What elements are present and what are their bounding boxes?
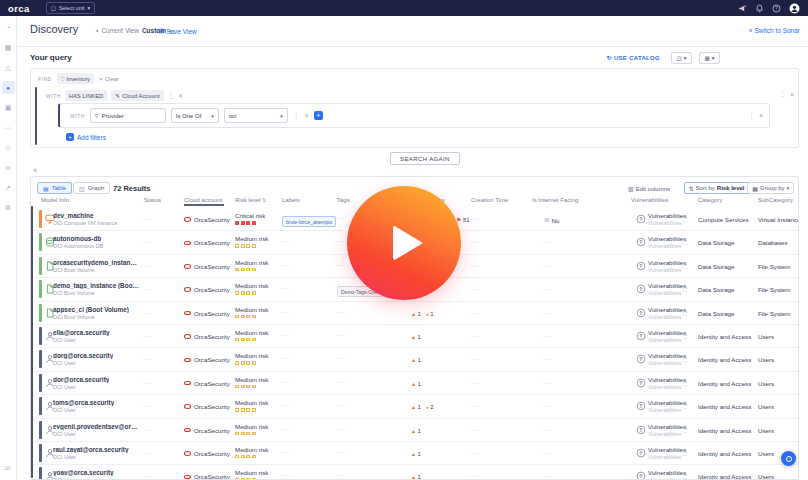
vulnerabilities-icon [636, 448, 646, 458]
select-unit-dropdown[interactable]: ▢ Select unit ▾ [46, 2, 96, 14]
remove-condition-icon[interactable]: × [179, 92, 183, 99]
notifications-bell-icon[interactable] [755, 4, 764, 13]
clear-button[interactable]: × Clear [99, 76, 119, 82]
group-by-dropdown[interactable]: ▦ Group by ▾ [747, 182, 794, 194]
sidebar-item-inventory[interactable]: ▣ [2, 101, 15, 114]
column-header-cloud-account[interactable]: Cloud account [184, 197, 222, 203]
oracle-logo-icon [184, 311, 191, 316]
expand-icon[interactable]: ∷ [683, 333, 686, 340]
expand-icon[interactable]: ∷ [683, 263, 686, 270]
user-avatar[interactable] [789, 3, 800, 14]
column-header-is-internet-facing[interactable]: Is Internet Facing [532, 197, 578, 203]
sidebar-item-alerts[interactable]: △ [2, 61, 15, 74]
has-linked-chip[interactable]: HAS LINKED [65, 90, 107, 101]
tab-table[interactable]: ▤ Table [37, 182, 72, 194]
expand-icon[interactable]: ∷ [683, 473, 686, 480]
attack-paths-cell: ▲1 [411, 333, 426, 340]
table-row[interactable]: raul.zayat@orca.securityOCI User --- Orc… [31, 442, 799, 465]
asset-model-info: autonomous-dbOCI Autonomous DB [53, 235, 103, 249]
expand-icon[interactable]: ∷ [683, 427, 686, 434]
value-select[interactable]: oci ▾ [224, 108, 288, 123]
risk-stripe [39, 374, 42, 392]
column-header-creation-time[interactable]: Creation Time [471, 197, 508, 203]
column-header-category[interactable]: Category [698, 197, 722, 203]
attack-paths-cell: ▲1●1 [411, 310, 439, 317]
save-view-button[interactable]: ▤ Save View [158, 27, 197, 35]
vulnerabilities-icon [636, 214, 646, 224]
use-catalog-button[interactable]: ↻ USE CATALOG [607, 54, 660, 61]
expand-icon[interactable]: ∷ [683, 216, 686, 223]
column-header-risk-level[interactable]: Risk level ⇅ [235, 197, 266, 203]
column-header-labels[interactable]: Labels [282, 197, 300, 203]
expand-icon[interactable]: ∷ [683, 286, 686, 293]
column-header-vulnerabilities[interactable]: Vulnerabilities [631, 197, 668, 203]
tags-cell: --- [337, 261, 345, 268]
with-label: WITH [70, 113, 85, 119]
operator-select[interactable]: Is One Of ▾ [171, 108, 219, 123]
expand-icon[interactable]: ∷ [683, 450, 686, 457]
close-icon[interactable]: × [759, 112, 763, 119]
table-row[interactable]: dor@orca.securityOCI User --- OrcaSecuri… [31, 372, 799, 395]
announcements-icon[interactable] [738, 4, 747, 13]
table-row[interactable]: ella@orca.securityOCI User --- OrcaSecur… [31, 325, 799, 348]
tab-graph[interactable]: ◫ Graph [73, 182, 110, 194]
table-scrollbar[interactable] [31, 206, 33, 478]
sidebar-item-reports[interactable]: ↗ [2, 181, 15, 194]
edit-columns-button[interactable]: ▥ Edit columns [628, 185, 670, 192]
high-severity-icon: ▲ [411, 404, 416, 410]
chat-widget-button[interactable] [781, 451, 796, 466]
add-condition-button[interactable]: + [314, 111, 323, 120]
expand-icon[interactable]: ∷ [683, 239, 686, 246]
export-dropdown-button[interactable]: ◳ ▾ [671, 52, 692, 64]
expand-icon[interactable]: ∷ [683, 403, 686, 410]
column-header-model-info[interactable]: Model Info [41, 197, 69, 203]
video-play-button[interactable] [347, 186, 461, 300]
table-row[interactable]: dorg@orca.securityOCI User --- OrcaSecur… [31, 348, 799, 371]
expand-icon[interactable]: ∷ [683, 356, 686, 363]
subcategory-cell: File System [758, 310, 790, 317]
category-cell: Identity and Access [698, 427, 751, 434]
sidebar-item-compliance[interactable]: ◇ [2, 141, 15, 154]
sort-by-dropdown[interactable]: ⇅ Sort by Risk level ▾ [684, 182, 754, 194]
filter-field-input[interactable]: ∇ Provider [90, 108, 166, 123]
column-header-status[interactable]: Status [144, 197, 161, 203]
support-icon[interactable]: ☏ [3, 464, 12, 472]
more-options-icon[interactable]: ⋮ [748, 112, 755, 120]
close-icon: × [99, 76, 103, 82]
remove-filter-icon[interactable]: × [305, 112, 309, 119]
vulnerabilities-icon [636, 425, 646, 435]
close-icon[interactable]: × [790, 91, 794, 98]
attack-paths-cell: ▲1 [411, 356, 426, 363]
column-header-subcategory[interactable]: SubCategory [758, 197, 793, 203]
sidebar-item-settings[interactable]: ⚙ [2, 201, 15, 214]
more-options-icon[interactable]: ⋮ [779, 90, 786, 98]
table-row[interactable]: evgenii.provedentsev@orca.secur...OCI Us… [31, 419, 799, 442]
more-options-icon[interactable]: ⋮ [293, 112, 300, 120]
sidebar-item-discovery[interactable]: ● [2, 81, 15, 94]
add-filters-button[interactable]: + Add filters [66, 133, 106, 141]
layout-dropdown-button[interactable]: ▦ ▾ [699, 52, 720, 64]
category-cell: Compute Services [698, 216, 749, 223]
inventory-chip[interactable]: ∵ Inventory [57, 73, 95, 84]
attack-path-badge: ▲1 [411, 451, 421, 457]
help-icon[interactable]: ? [772, 4, 781, 13]
table-row[interactable]: appsec_ci (Boot Volume)OCI Boot Volume -… [31, 302, 799, 325]
collapse-chevron-icon[interactable]: ∧ [33, 166, 37, 173]
switch-to-sonar-link[interactable]: « Switch to Sonar [749, 27, 800, 34]
risk-level-cell: Medium risk [235, 282, 268, 295]
table-row[interactable]: toms@orca.securityOCI User --- OrcaSecur… [31, 395, 799, 418]
more-options-icon[interactable]: ⋮ [168, 92, 175, 100]
expand-icon[interactable]: ∷ [683, 310, 686, 317]
column-header-tags[interactable]: Tags [337, 197, 350, 203]
table-row[interactable]: yoav@orca.securityOCI User --- OrcaSecur… [31, 465, 799, 480]
sort-icon: ⇅ [689, 185, 694, 192]
sidebar-item-dashboard[interactable]: ◔ [2, 21, 15, 34]
sidebar-item-observations[interactable]: ∞ [2, 161, 15, 174]
query-scrollbar[interactable] [35, 87, 37, 145]
expand-icon[interactable]: ∷ [683, 380, 686, 387]
sidebar-item-assets[interactable]: ▦ [2, 41, 15, 54]
cloud-account-cell: OrcaSecurity [184, 450, 230, 457]
cloud-account-chip[interactable]: ✎ Cloud Account [111, 90, 163, 101]
sidebar-item-attack-paths[interactable]: ∴ [2, 121, 15, 134]
search-again-button[interactable]: SEARCH AGAIN [390, 152, 460, 165]
